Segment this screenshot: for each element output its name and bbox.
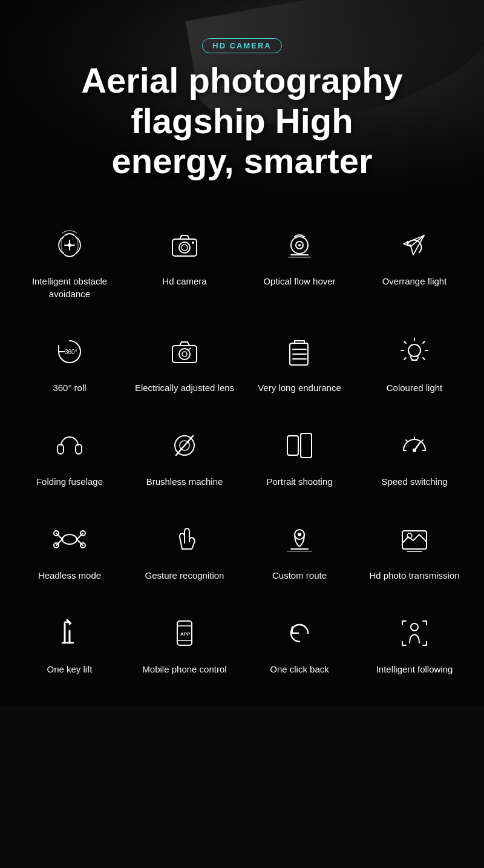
feature-gesture-recognition: Gesture recognition — [127, 506, 242, 600]
svg-point-4 — [179, 242, 190, 253]
svg-rect-36 — [76, 444, 82, 454]
feature-360-roll: 360° 360° roll — [12, 318, 127, 412]
headless-icon — [48, 518, 91, 561]
feature-folding-fuselage: Folding fuselage — [12, 412, 127, 506]
feature-intelligent-following: Intelligent following — [357, 600, 472, 694]
feature-headless-mode: Headless mode — [12, 506, 127, 600]
light-icon — [393, 330, 436, 373]
svg-rect-41 — [301, 433, 312, 458]
feature-coloured-light: Coloured light — [357, 318, 472, 412]
feature-hd-camera: Hd camera — [127, 212, 242, 318]
feature-optical-flow-hover: Optical flow hover — [242, 212, 357, 318]
lift-label: One key lift — [47, 663, 92, 676]
feature-speed-switching: Speed switching — [357, 412, 472, 506]
svg-line-34 — [404, 358, 406, 360]
svg-point-72 — [411, 623, 418, 631]
hd-badge: HD CAMERA — [202, 38, 281, 53]
svg-rect-40 — [287, 436, 298, 455]
svg-line-50 — [56, 533, 62, 539]
optical-flow-icon — [278, 224, 321, 266]
svg-text:360°: 360° — [65, 349, 77, 355]
feature-custom-route: Custom route — [242, 506, 357, 600]
svg-line-56 — [77, 539, 83, 545]
feature-one-click-back: One click back — [242, 600, 357, 694]
svg-point-43 — [413, 449, 416, 452]
flight-icon — [393, 224, 436, 266]
brushless-label: Brushless machine — [146, 475, 223, 488]
roll360-icon: 360° — [48, 330, 91, 373]
svg-line-48 — [421, 440, 423, 442]
feature-mobile-phone-control: APP Mobile phone control — [127, 600, 242, 694]
svg-point-6 — [192, 242, 194, 244]
svg-line-18 — [188, 348, 191, 350]
mobile-label: Mobile phone control — [142, 663, 226, 676]
obstacle-icon — [48, 224, 91, 266]
camera-label: Hd camera — [162, 275, 206, 288]
light-label: Coloured light — [387, 381, 443, 394]
following-label: Intelligent following — [376, 663, 453, 676]
feature-overrange-flight: Overrange flight — [357, 212, 472, 318]
feature-electrically-adjusted-lens: Electrically adjusted lens — [127, 318, 242, 412]
folding-icon — [48, 424, 91, 467]
speed-icon — [393, 424, 436, 467]
route-icon — [278, 518, 321, 561]
svg-text:APP: APP — [180, 631, 191, 637]
headless-label: Headless mode — [38, 569, 101, 582]
photo-transmission-icon — [393, 518, 436, 561]
battery-icon — [278, 330, 321, 373]
following-icon — [393, 612, 436, 654]
folding-label: Folding fuselage — [36, 475, 103, 488]
svg-line-47 — [406, 440, 408, 442]
back-label: One click back — [270, 663, 329, 676]
svg-point-5 — [182, 245, 188, 251]
svg-rect-35 — [57, 444, 64, 454]
svg-point-9 — [298, 244, 301, 246]
svg-point-17 — [182, 352, 187, 357]
feature-one-key-lift: One key lift — [12, 600, 127, 694]
svg-line-54 — [56, 539, 62, 545]
feature-brushless-machine: Brushless machine — [127, 412, 242, 506]
feature-hd-photo-transmission: Hd photo transmission — [357, 506, 472, 600]
battery-label: Very long endurance — [258, 381, 341, 394]
svg-point-49 — [62, 534, 77, 544]
portrait-icon — [278, 424, 321, 467]
gesture-label: Gesture recognition — [145, 569, 224, 582]
svg-line-31 — [404, 341, 406, 343]
roll360-label: 360° roll — [53, 381, 86, 394]
hero-section: HD CAMERA Aerial photographyflagship Hig… — [0, 0, 484, 194]
camera-icon — [163, 224, 206, 266]
lens-label: Electrically adjusted lens — [135, 381, 234, 394]
svg-point-61 — [298, 533, 301, 536]
svg-line-33 — [423, 358, 425, 360]
feature-portrait-shooting: Portrait shooting — [242, 412, 357, 506]
overrange-label: Overrange flight — [382, 275, 447, 288]
brushless-icon — [163, 424, 206, 467]
lens-icon — [163, 330, 206, 373]
obstacle-label: Intelligent obstacle avoidance — [17, 275, 122, 300]
lift-icon — [48, 612, 91, 654]
svg-point-26 — [408, 344, 420, 357]
hero-title: Aerial photographyflagship Highenergy, s… — [81, 61, 403, 182]
photo-transmission-label: Hd photo transmission — [369, 569, 459, 582]
portrait-label: Portrait shooting — [266, 475, 332, 488]
feature-very-long-endurance: Very long endurance — [242, 318, 357, 412]
mobile-icon: APP — [163, 612, 206, 654]
svg-line-29 — [423, 341, 425, 343]
features-grid: Intelligent obstacle avoidance Hd camera — [0, 194, 484, 706]
svg-line-52 — [77, 533, 83, 539]
back-icon — [278, 612, 321, 654]
svg-line-39 — [176, 436, 193, 455]
gesture-icon — [163, 518, 206, 561]
optical-flow-label: Optical flow hover — [263, 275, 335, 288]
speed-label: Speed switching — [381, 475, 447, 488]
feature-intelligent-obstacle-avoidance: Intelligent obstacle avoidance — [12, 212, 127, 318]
svg-point-2 — [68, 243, 71, 247]
route-label: Custom route — [272, 569, 327, 582]
